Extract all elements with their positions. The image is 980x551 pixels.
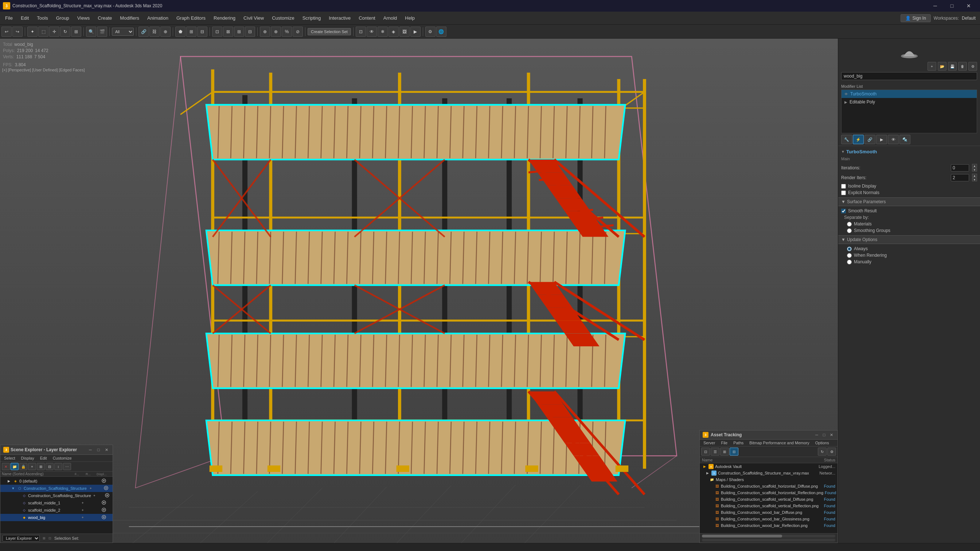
menu-scripting[interactable]: Scripting (299, 14, 325, 22)
render-env-button[interactable]: 🌐 (436, 27, 447, 37)
render-iters-down[interactable]: ▼ (972, 178, 977, 181)
align-button[interactable]: ⊟ (197, 27, 207, 37)
explicit-normals-checkbox[interactable] (841, 191, 846, 195)
material-button[interactable]: ◈ (388, 27, 399, 37)
modifier-item-editable-poly[interactable]: ▶ Editable Poly (842, 98, 977, 106)
menu-content[interactable]: Content (355, 14, 379, 22)
panel-save-button[interactable]: 💾 (948, 62, 957, 71)
se-row-layer0[interactable]: ▶ ◈ 0 (default) (0, 478, 113, 485)
menu-interactive[interactable]: Interactive (325, 14, 354, 22)
angle-snap-button[interactable]: ⊗ (271, 27, 281, 37)
undo-button[interactable]: ↩ (2, 27, 12, 37)
menu-create[interactable]: Create (94, 14, 116, 22)
at-row-img4[interactable]: 🖼 Building_Construction_scaffold_vertica… (700, 503, 837, 509)
menu-modifiers[interactable]: Modifiers (116, 14, 143, 22)
at-toolbar-btn3[interactable]: ⊞ (720, 448, 729, 456)
menu-customize[interactable]: Customize (268, 14, 298, 22)
render-iters-input[interactable] (951, 174, 969, 181)
at-toolbar-btn2[interactable]: ☰ (711, 448, 719, 456)
panel-icon-utilities[interactable]: 🔩 (899, 135, 910, 144)
manually-radio[interactable] (847, 260, 852, 264)
at-secondary-scrollbar[interactable] (702, 538, 835, 541)
se-menu-select[interactable]: Select (3, 456, 17, 460)
search-input[interactable] (841, 72, 977, 80)
at-maximize[interactable]: □ (821, 433, 827, 437)
iterations-down[interactable]: ▼ (972, 168, 977, 171)
at-toolbar-refresh[interactable]: ↻ (818, 448, 827, 456)
menu-graph-editors[interactable]: Graph Editors (173, 14, 209, 22)
se-toolbar-expand[interactable]: ⊞ (37, 463, 45, 470)
at-row-img1[interactable]: 🖼 Building_Construction_scaffold_horizon… (700, 483, 837, 489)
se-toolbar-delete[interactable]: ✕ (2, 463, 10, 470)
layer-button[interactable]: ⊡ (356, 27, 366, 37)
scale-button[interactable]: ⊞ (71, 27, 81, 37)
maximize-button[interactable]: □ (943, 0, 960, 12)
se-toolbar-lock[interactable]: 🔒 (19, 463, 27, 470)
select-region-button[interactable]: ⬚ (38, 27, 48, 37)
menu-animation[interactable]: Animation (143, 14, 172, 22)
at-row-maps[interactable]: 📁 Maps / Shaders (700, 476, 837, 483)
se-row-scaffold-middle-2[interactable]: ◇ scaffold_middle_2 ✦ (0, 507, 113, 514)
se-row-construction[interactable]: ▼ ⬡ Construction_Scaffolding_Structure ✦ (0, 485, 113, 492)
se-toolbar-folder[interactable]: 📁 (11, 463, 19, 470)
when-rendering-radio[interactable] (847, 253, 852, 258)
at-toolbar-btn4[interactable]: ⊟ (730, 448, 738, 456)
asset-tracking-content[interactable]: ▶ A Autodesk Vault Logged... ▶ 3 Constru… (700, 463, 837, 533)
smoothing-groups-radio[interactable] (847, 228, 852, 233)
smooth-result-checkbox[interactable] (841, 209, 846, 213)
view1-button[interactable]: ⊡ (212, 27, 222, 37)
render-frame-button[interactable]: 🖼 (399, 27, 410, 37)
redo-button[interactable]: ↪ (13, 27, 22, 37)
materials-radio[interactable] (847, 222, 852, 227)
at-row-img7[interactable]: 🖼 Building_Construction_wood_bar_Reflect… (700, 522, 837, 529)
menu-civil-view[interactable]: Civil View (240, 14, 267, 22)
rotate-button[interactable]: ↻ (60, 27, 70, 37)
panel-delete-button[interactable]: 🗑 (958, 62, 967, 71)
se-menu-edit[interactable]: Edit (39, 456, 48, 460)
se-row-css[interactable]: ◇ Construction_Scaffolding_Structure ✦ (0, 492, 113, 499)
hide-button[interactable]: 👁 (367, 27, 377, 37)
iterations-spinner[interactable]: ▲ ▼ (972, 164, 977, 171)
filter-dropdown[interactable]: All (112, 28, 134, 36)
menu-group[interactable]: Group (52, 14, 73, 22)
unlink-button[interactable]: ⛓ (150, 27, 160, 37)
zoom-button[interactable]: 🔍 (86, 27, 96, 37)
at-row-img2[interactable]: 🖼 Building_Construction_scaffold_horizon… (700, 489, 837, 496)
render-iters-up[interactable]: ▲ (972, 174, 977, 177)
view2-button[interactable]: ⊠ (223, 27, 233, 37)
se-menu-display[interactable]: Display (20, 456, 36, 460)
at-horizontal-scrollbar[interactable] (702, 535, 835, 538)
explorer-type-dropdown[interactable]: Layer Explorer (3, 535, 40, 541)
menu-rendering[interactable]: Rendering (210, 14, 239, 22)
mirror-button[interactable]: ⬟ (175, 27, 186, 37)
at-toolbar-settings[interactable]: ⚙ (827, 448, 836, 456)
panel-open-button[interactable]: 📂 (938, 62, 947, 71)
modifier-list[interactable]: 👁 TurboSmooth ▶ Editable Poly (841, 90, 977, 133)
at-row-img5[interactable]: 🖼 Building_Construction_wood_bar_Diffuse… (700, 509, 837, 516)
at-row-maxfile[interactable]: ▶ 3 Construction_Scaffolding_Structure_m… (700, 470, 837, 476)
render-setup-button[interactable]: ⚙ (425, 27, 436, 37)
at-row-img6[interactable]: 🖼 Building_Construction_wood_bar_Glossin… (700, 516, 837, 522)
at-menu-options[interactable]: Options (814, 440, 830, 445)
iterations-up[interactable]: ▲ (972, 164, 977, 168)
at-row-vault[interactable]: ▶ A Autodesk Vault Logged... (700, 463, 837, 470)
se-toolbar-collapse[interactable]: ⊟ (46, 463, 54, 470)
percent-snap-button[interactable]: % (282, 27, 292, 37)
menu-tools[interactable]: Tools (33, 14, 51, 22)
at-close[interactable]: ✕ (828, 433, 835, 437)
spinner-snap-button[interactable]: ⊘ (293, 27, 303, 37)
snap3d-button[interactable]: ⊕ (260, 27, 270, 37)
se-menu-customize[interactable]: Customize (51, 456, 73, 460)
at-menu-paths[interactable]: Paths (732, 440, 745, 445)
move-button[interactable]: ✛ (49, 27, 59, 37)
quick-render-button[interactable]: ▶ (410, 27, 421, 37)
isoline-checkbox[interactable] (841, 184, 846, 189)
render-iters-spinner[interactable]: ▲ ▼ (972, 174, 977, 181)
menu-help[interactable]: Help (401, 14, 418, 22)
view4-button[interactable]: ⊟ (245, 27, 255, 37)
minimize-button[interactable]: ─ (927, 0, 943, 12)
at-row-img3[interactable]: 🖼 Building_Construction_scaffold_vertica… (700, 496, 837, 503)
at-menu-file[interactable]: File (719, 440, 729, 445)
at-menu-bitmap[interactable]: Bitmap Performance and Memory (748, 440, 811, 445)
panel-icon-create[interactable]: 🔧 (841, 135, 852, 144)
